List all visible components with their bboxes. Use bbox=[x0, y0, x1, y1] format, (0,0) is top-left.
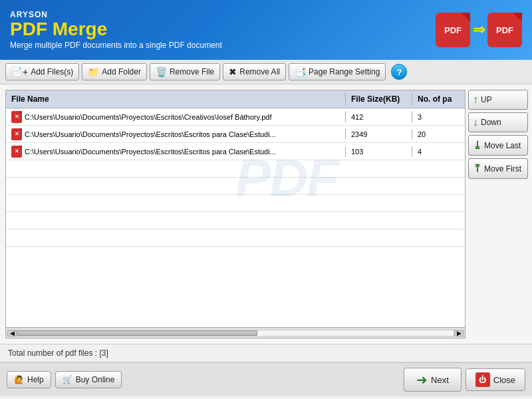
table-row[interactable]: ✕ C:\Users\Usuario\Documents\Proyectos\E… bbox=[6, 126, 465, 143]
remove-all-label: Remove All bbox=[239, 67, 280, 76]
next-arrow-icon: ➜ bbox=[416, 372, 428, 388]
add-folder-button[interactable]: 📁 Add Folder bbox=[82, 63, 147, 80]
buy-online-icon: 🛒 bbox=[63, 375, 72, 384]
status-bar: Total number of pdf files : [3] bbox=[0, 344, 532, 362]
down-button[interactable]: ↓ Down bbox=[468, 112, 528, 132]
col-header-filename: File Name bbox=[6, 93, 345, 105]
close-button[interactable]: ⏻ Close bbox=[466, 368, 525, 391]
add-files-icon: 📄+ bbox=[11, 66, 28, 77]
next-label: Next bbox=[431, 375, 449, 385]
row-1-size: 2349 bbox=[345, 129, 412, 140]
move-first-label: Move First bbox=[484, 164, 521, 174]
pdf-icon-left: PDF bbox=[436, 13, 470, 47]
remove-all-button[interactable]: ✖ Remove All bbox=[223, 63, 286, 80]
table-header: File Name File Size(KB) No. of pa bbox=[6, 90, 465, 108]
move-last-button[interactable]: ⤓ Move Last bbox=[468, 135, 528, 156]
move-last-icon: ⤓ bbox=[473, 139, 481, 152]
row-2-filename: ✕ C:\Users\Usuario\Documents\Proyectos\E… bbox=[6, 144, 345, 159]
power-icon: ⏻ bbox=[475, 372, 490, 387]
move-first-icon: ⤒ bbox=[473, 162, 481, 175]
up-icon: ↑ bbox=[473, 94, 478, 106]
help-icon-button[interactable]: ? bbox=[391, 64, 407, 80]
scroll-track[interactable] bbox=[17, 330, 454, 336]
remove-file-label: Remove File bbox=[170, 67, 214, 76]
table-row-empty bbox=[6, 160, 465, 178]
table-body: ✕ C:\Users\Usuario\Documents\Proyectos\E… bbox=[6, 108, 465, 327]
buy-online-label: Buy Online bbox=[76, 375, 115, 384]
help-button-label: Help bbox=[27, 375, 44, 384]
footer: 🙋 Help 🛒 Buy Online ➜ Next ⏻ Close bbox=[0, 362, 532, 396]
up-label: UP bbox=[481, 95, 492, 104]
help-icon-label: ? bbox=[396, 67, 402, 77]
close-label: Close bbox=[493, 375, 515, 385]
add-folder-icon: 📁 bbox=[88, 66, 99, 77]
horizontal-scrollbar[interactable]: ◀ ▶ bbox=[6, 327, 465, 338]
table-row-empty bbox=[6, 212, 465, 229]
remove-file-button[interactable]: 🗑️ Remove File bbox=[150, 63, 220, 80]
table-row-empty bbox=[6, 229, 465, 247]
row-1-filename: ✕ C:\Users\Usuario\Documents\Proyectos\E… bbox=[6, 127, 345, 142]
row-2-pdf-icon: ✕ bbox=[11, 146, 22, 158]
pdf-icon-right-label: PDF bbox=[496, 25, 513, 35]
row-1-pages: 20 bbox=[412, 129, 465, 140]
buy-online-button[interactable]: 🛒 Buy Online bbox=[55, 371, 122, 388]
add-folder-label: Add Folder bbox=[102, 67, 141, 76]
help-button[interactable]: 🙋 Help bbox=[7, 371, 51, 388]
row-0-filename: ✕ C:\Users\Usuario\Documents\Proyectos\E… bbox=[6, 110, 345, 124]
table-row-empty bbox=[6, 195, 465, 212]
scroll-right-button[interactable]: ▶ bbox=[454, 330, 464, 336]
scroll-thumb[interactable] bbox=[17, 331, 257, 336]
move-last-label: Move Last bbox=[484, 141, 521, 150]
move-first-button[interactable]: ⤒ Move First bbox=[468, 158, 528, 179]
down-label: Down bbox=[481, 118, 501, 127]
page-range-icon: 📑 bbox=[295, 66, 306, 77]
side-buttons-panel: ↑ UP ↓ Down ⤓ Move Last ⤒ Move First bbox=[466, 84, 532, 344]
remove-file-icon: 🗑️ bbox=[156, 66, 167, 77]
header-logo: PDF ⇒ PDF bbox=[436, 13, 522, 47]
help-button-icon: 🙋 bbox=[14, 375, 24, 384]
page-range-label: Page Range Setting bbox=[309, 67, 380, 76]
add-files-label: Add Files(s) bbox=[31, 67, 73, 76]
header-branding: ARYSON PDF Merge Merge multiple PDF docu… bbox=[10, 10, 222, 51]
table-row-empty bbox=[6, 178, 465, 195]
col-header-pages: No. of pa bbox=[412, 93, 465, 105]
brand-name: ARYSON bbox=[10, 10, 222, 19]
down-icon: ↓ bbox=[473, 116, 478, 128]
pdf-icon-right: PDF bbox=[487, 13, 522, 47]
up-button[interactable]: ↑ UP bbox=[468, 90, 528, 110]
col-header-size: File Size(KB) bbox=[345, 93, 412, 105]
toolbar: 📄+ Add Files(s) 📁 Add Folder 🗑️ Remove F… bbox=[0, 60, 532, 84]
row-2-size: 103 bbox=[345, 146, 412, 157]
add-files-button[interactable]: 📄+ Add Files(s) bbox=[5, 63, 79, 80]
row-0-pdf-icon: ✕ bbox=[11, 111, 22, 123]
merge-arrow-icon: ⇒ bbox=[473, 21, 485, 39]
row-0-pages: 3 bbox=[412, 112, 465, 122]
table-row[interactable]: ✕ C:\Users\Usuario\Documents\Proyectos\E… bbox=[6, 143, 465, 160]
row-1-pdf-icon: ✕ bbox=[11, 128, 22, 140]
pdf-icon-left-label: PDF bbox=[444, 25, 462, 35]
scroll-left-button[interactable]: ◀ bbox=[7, 330, 17, 336]
app-title: PDF Merge bbox=[10, 19, 222, 40]
remove-all-icon: ✖ bbox=[229, 66, 237, 77]
page-range-button[interactable]: 📑 Page Range Setting bbox=[289, 63, 386, 80]
main-content: PDF File Name File Size(KB) No. of pa ✕ … bbox=[0, 84, 532, 344]
table-row[interactable]: ✕ C:\Users\Usuario\Documents\Proyectos\E… bbox=[6, 108, 465, 126]
next-button[interactable]: ➜ Next bbox=[404, 368, 462, 392]
row-2-pages: 4 bbox=[412, 146, 465, 157]
row-0-size: 412 bbox=[345, 112, 412, 122]
app-header: ARYSON PDF Merge Merge multiple PDF docu… bbox=[0, 0, 532, 60]
status-text: Total number of pdf files : [3] bbox=[8, 348, 108, 358]
app-subtitle: Merge multiple PDF documents into a sing… bbox=[10, 41, 222, 50]
file-table: File Name File Size(KB) No. of pa ✕ C:\U… bbox=[5, 90, 466, 338]
